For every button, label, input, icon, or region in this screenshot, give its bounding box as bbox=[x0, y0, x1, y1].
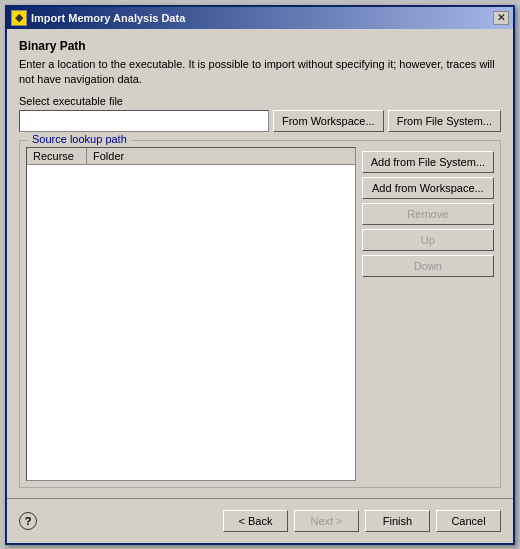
executable-path-input[interactable] bbox=[19, 110, 269, 132]
title-bar-left: ◆ Import Memory Analysis Data bbox=[11, 10, 185, 26]
down-button[interactable]: Down bbox=[362, 255, 494, 277]
title-bar: ◆ Import Memory Analysis Data ✕ bbox=[7, 7, 513, 29]
add-from-workspace-button[interactable]: Add from Workspace... bbox=[362, 177, 494, 199]
table-header: Recurse Folder bbox=[27, 148, 355, 165]
select-executable-group: Select executable file From Workspace...… bbox=[19, 95, 501, 132]
binary-path-section: Binary Path Enter a location to the exec… bbox=[19, 39, 501, 88]
next-button[interactable]: Next > bbox=[294, 510, 359, 532]
binary-path-description: Enter a location to the executable. It i… bbox=[19, 57, 501, 88]
from-workspace-button[interactable]: From Workspace... bbox=[273, 110, 384, 132]
column-recurse: Recurse bbox=[27, 148, 87, 164]
back-button[interactable]: < Back bbox=[223, 510, 288, 532]
import-dialog: ◆ Import Memory Analysis Data ✕ Binary P… bbox=[5, 5, 515, 545]
help-button[interactable]: ? bbox=[19, 512, 37, 530]
dialog-content: Binary Path Enter a location to the exec… bbox=[7, 29, 513, 498]
source-lookup-group: Source lookup path Recurse Folder Add fr… bbox=[19, 140, 501, 487]
footer-buttons: < Back Next > Finish Cancel bbox=[223, 510, 501, 532]
binary-path-title: Binary Path bbox=[19, 39, 501, 53]
close-button[interactable]: ✕ bbox=[493, 11, 509, 25]
finish-button[interactable]: Finish bbox=[365, 510, 430, 532]
select-executable-label: Select executable file bbox=[19, 95, 501, 107]
source-lookup-inner: Recurse Folder Add from File System... A… bbox=[26, 147, 494, 480]
dialog-title: Import Memory Analysis Data bbox=[31, 12, 185, 24]
dialog-footer: ? < Back Next > Finish Cancel bbox=[7, 498, 513, 543]
dialog-icon: ◆ bbox=[11, 10, 27, 26]
side-buttons: Add from File System... Add from Workspa… bbox=[362, 147, 494, 480]
column-folder: Folder bbox=[87, 148, 355, 164]
up-button[interactable]: Up bbox=[362, 229, 494, 251]
cancel-button[interactable]: Cancel bbox=[436, 510, 501, 532]
footer-left: ? bbox=[19, 512, 37, 530]
add-from-file-system-button[interactable]: Add from File System... bbox=[362, 151, 494, 173]
executable-input-row: From Workspace... From File System... bbox=[19, 110, 501, 132]
table-body bbox=[27, 165, 355, 474]
source-lookup-table: Recurse Folder bbox=[26, 147, 356, 480]
from-file-system-button[interactable]: From File System... bbox=[388, 110, 501, 132]
remove-button[interactable]: Remove bbox=[362, 203, 494, 225]
source-lookup-legend: Source lookup path bbox=[28, 133, 131, 145]
